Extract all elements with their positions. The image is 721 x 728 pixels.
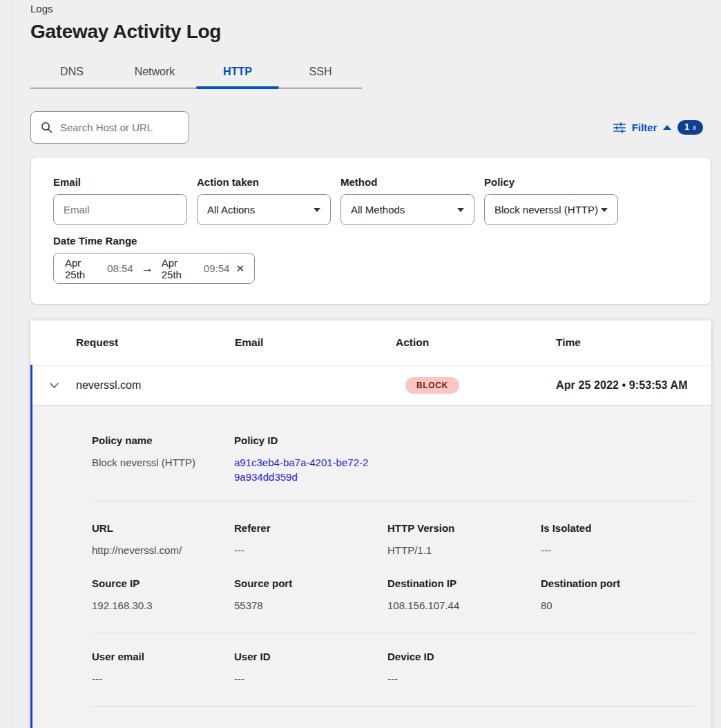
range-arrow-icon: → [142, 262, 153, 276]
filter-sliders-icon [613, 122, 626, 133]
filter-count: 1 [684, 122, 689, 132]
row-request: neverssl.com [76, 379, 235, 392]
filter-controls: Filter 1 x [613, 120, 703, 135]
chevron-down-icon [457, 208, 464, 212]
user-id-value: --- [234, 671, 387, 686]
is-isolated-label: Is Isolated [541, 522, 695, 534]
tab-dns[interactable]: DNS [30, 59, 113, 88]
referer-value: --- [234, 543, 387, 557]
row-time: Apr 25 2022 • 9:53:53 AM [556, 379, 711, 392]
clear-date-icon[interactable]: ✕ [235, 262, 244, 275]
destination-port-label: Destination port [541, 577, 695, 589]
device-id-value: --- [387, 671, 541, 686]
source-port-field: Source port 55378 [234, 577, 387, 613]
gateway-activity-log-page: Logs Gateway Activity Log DNS Network HT… [30, 0, 711, 728]
table-row[interactable]: neverssl.com BLOCK Apr 25 2022 • 9:53:53… [32, 365, 711, 406]
chevron-down-icon [601, 208, 608, 212]
email-filter-label: Email [53, 176, 187, 188]
referer-label: Referer [234, 522, 387, 534]
filter-panel: Email Action taken All Actions Method Al… [30, 157, 711, 305]
policy-name-value: Block neverssl (HTTP) [92, 455, 234, 470]
user-id-field: User ID --- [234, 651, 387, 686]
section-divider [92, 501, 695, 501]
search-icon [41, 122, 52, 133]
device-id-field: Device ID --- [387, 651, 541, 686]
chevron-down-icon [314, 208, 320, 212]
search-box[interactable] [30, 111, 189, 144]
tab-http[interactable]: HTTP [196, 59, 279, 88]
filter-fields: Email Action taken All Actions Method Al… [53, 176, 689, 225]
column-email: Email [235, 336, 396, 349]
filter-count-badge[interactable]: 1 x [677, 120, 703, 135]
clear-filters-icon[interactable]: x [693, 124, 696, 131]
url-value: http://neverssl.com/ [92, 543, 234, 557]
row-expander[interactable] [32, 382, 76, 389]
policy-filter-value: Block neverssl (HTTP) [494, 204, 598, 215]
email-filter-input[interactable] [64, 204, 177, 215]
method-filter: Method All Methods [340, 176, 474, 225]
page-left-divider [12, 0, 13, 728]
is-isolated-value: --- [541, 543, 695, 557]
method-filter-label: Method [340, 176, 474, 188]
email-filter-field[interactable] [53, 194, 187, 225]
source-port-label: Source port [234, 577, 387, 589]
end-time[interactable]: 09:54 [204, 262, 230, 274]
destination-ip-label: Destination IP [387, 577, 541, 589]
destination-ip-value: 108.156.107.44 [387, 598, 541, 613]
tab-ssh[interactable]: SSH [279, 59, 362, 88]
collapse-caret-icon[interactable] [663, 125, 671, 130]
http-version-value: HTTP/1.1 [387, 543, 541, 557]
tab-network[interactable]: Network [113, 59, 196, 88]
http-version-field: HTTP Version HTTP/1.1 [387, 522, 541, 557]
destination-port-value: 80 [541, 598, 695, 613]
action-filter-select[interactable]: All Actions [197, 194, 331, 225]
chevron-down-icon [49, 382, 59, 389]
user-email-value: --- [92, 671, 234, 686]
policy-name-field: Policy name Block neverssl (HTTP) [92, 434, 234, 484]
url-field: URL http://neverssl.com/ [92, 522, 234, 557]
url-label: URL [92, 522, 234, 534]
policy-id-label: Policy ID [234, 434, 387, 446]
search-input[interactable] [60, 122, 180, 133]
source-ip-field: Source IP 192.168.30.3 [92, 577, 234, 613]
user-email-field: User email --- [92, 651, 234, 686]
start-date[interactable]: Apr 25th [65, 257, 101, 280]
source-port-value: 55378 [234, 598, 387, 613]
date-range-picker[interactable]: Apr 25th 08:54 → Apr 25th 09:54 ✕ [53, 253, 255, 284]
method-filter-select[interactable]: All Methods [340, 194, 474, 225]
page-title: Gateway Activity Log [30, 21, 711, 43]
toolbar: Filter 1 x [30, 111, 711, 144]
user-id-label: User ID [234, 651, 387, 662]
column-action: Action [396, 336, 556, 349]
filter-toggle[interactable]: Filter [632, 122, 657, 133]
action-filter: Action taken All Actions [197, 176, 331, 225]
http-section: URL http://neverssl.com/ Referer --- HTT… [92, 522, 695, 557]
method-filter-value: All Methods [351, 204, 405, 215]
expanded-row-group: neverssl.com BLOCK Apr 25 2022 • 9:53:53… [30, 365, 711, 728]
section-divider [92, 633, 695, 633]
policy-filter-label: Policy [484, 176, 618, 188]
email-filter: Email [53, 176, 187, 225]
referer-field: Referer --- [234, 522, 387, 557]
user-section: User email --- User ID --- Device ID --- [92, 651, 695, 686]
policy-name-label: Policy name [92, 434, 234, 446]
http-version-label: HTTP Version [387, 522, 541, 534]
end-date[interactable]: Apr 25th [162, 257, 198, 280]
destination-ip-field: Destination IP 108.156.107.44 [387, 577, 541, 613]
activity-table: Request Email Action Time neverssl.com B… [30, 320, 711, 728]
policy-section: Policy name Block neverssl (HTTP) Policy… [92, 434, 695, 484]
breadcrumb[interactable]: Logs [30, 0, 53, 15]
policy-filter-select[interactable]: Block neverssl (HTTP) [484, 194, 618, 225]
column-request: Request [76, 336, 235, 349]
row-action: BLOCK [396, 377, 556, 394]
policy-id-link[interactable]: a91c3eb4-ba7a-4201-be72-29a934dd359d [234, 455, 372, 484]
action-filter-label: Action taken [197, 176, 331, 188]
column-time: Time [556, 336, 711, 349]
is-isolated-field: Is Isolated --- [541, 522, 695, 557]
policy-filter: Policy Block neverssl (HTTP) [484, 176, 618, 225]
block-status-badge: BLOCK [405, 377, 459, 394]
action-filter-value: All Actions [207, 204, 255, 215]
destination-port-field: Destination port 80 [541, 577, 695, 613]
date-range-label: Date Time Range [53, 235, 689, 247]
start-time[interactable]: 08:54 [107, 262, 133, 274]
